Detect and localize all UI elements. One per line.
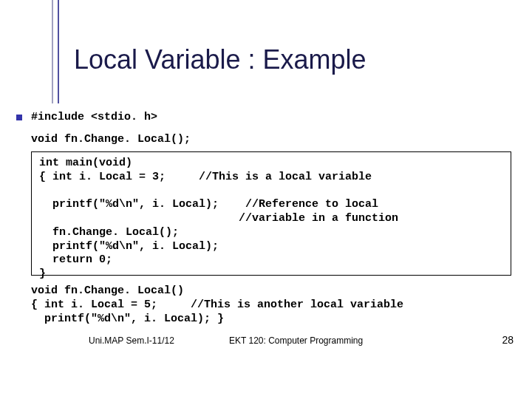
page-number: 28 bbox=[502, 334, 514, 346]
slide-title: Local Variable : Example bbox=[74, 44, 366, 75]
footer-center: EKT 120: Computer Programming bbox=[229, 335, 363, 346]
code-main-box: int main(void) { int i. Local = 3; //Thi… bbox=[31, 151, 511, 276]
footer-left: Uni.MAP Sem.I-11/12 bbox=[89, 335, 174, 346]
bullet-icon bbox=[16, 115, 22, 120]
code-func-block: void fn.Change. Local() { int i. Local =… bbox=[31, 284, 403, 326]
decor-line-light bbox=[52, 0, 53, 103]
code-prototype: void fn.Change. Local(); bbox=[31, 133, 191, 146]
code-include: #include <stdio. h> bbox=[31, 111, 157, 123]
decor-line-dark bbox=[58, 0, 59, 103]
